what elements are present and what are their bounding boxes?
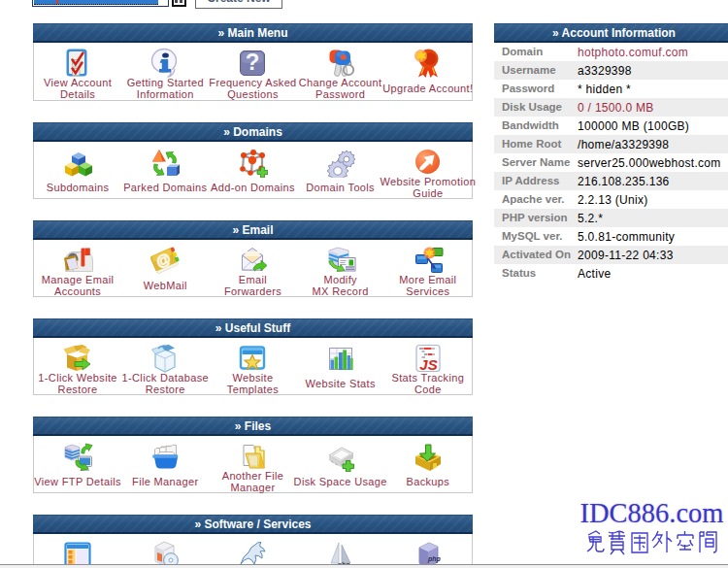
svg-text:?: ? xyxy=(246,49,260,75)
svg-text:php: php xyxy=(427,555,442,563)
svg-text:JS: JS xyxy=(419,356,437,373)
